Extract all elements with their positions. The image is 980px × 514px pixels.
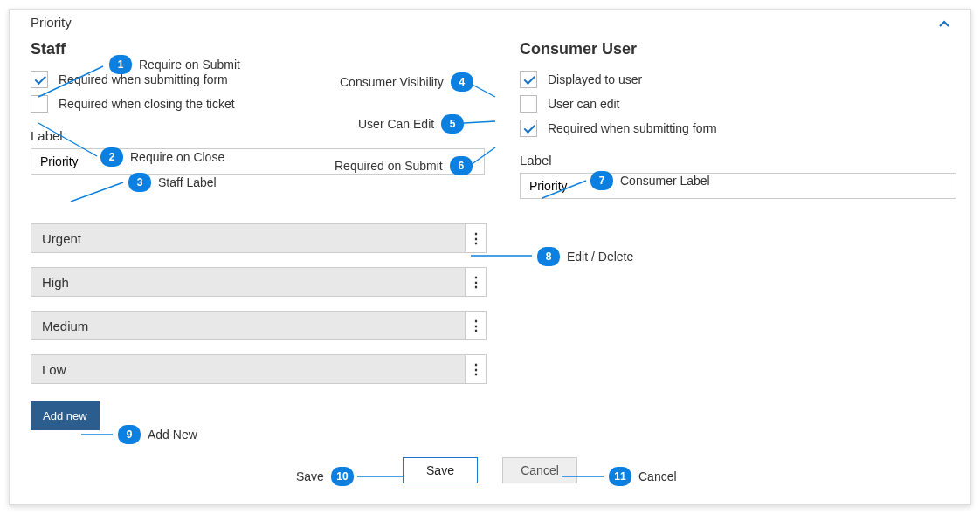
option-row: High ⋮ xyxy=(31,267,487,297)
staff-heading: Staff xyxy=(31,40,493,58)
footer-actions: Save Cancel xyxy=(10,457,970,483)
consumer-label-input[interactable] xyxy=(520,173,956,199)
consumer-require-submit-label: Required when submitting form xyxy=(548,121,717,135)
staff-label-caption: Label xyxy=(31,128,493,143)
annotation-text: Edit / Delete xyxy=(567,250,633,264)
priority-options-list: Urgent ⋮ High ⋮ Medium ⋮ Low ⋮ Add new xyxy=(31,223,487,430)
consumer-displayed-row: Displayed to user xyxy=(520,71,956,88)
priority-panel: Priority Staff Required when submitting … xyxy=(9,9,971,505)
staff-require-submit-checkbox[interactable] xyxy=(31,71,48,88)
annotation-8: 8 Edit / Delete xyxy=(537,247,633,266)
add-new-button[interactable]: Add new xyxy=(31,401,100,430)
option-text: Urgent xyxy=(31,223,466,253)
staff-require-close-checkbox[interactable] xyxy=(31,95,48,113)
option-text: High xyxy=(31,267,466,297)
option-row: Urgent ⋮ xyxy=(31,223,487,253)
staff-require-submit-label: Required when submitting form xyxy=(59,72,228,86)
consumer-can-edit-label: User can edit xyxy=(548,97,619,111)
kebab-menu-icon[interactable]: ⋮ xyxy=(466,223,487,253)
annotation-pill: 8 xyxy=(537,247,560,266)
kebab-menu-icon[interactable]: ⋮ xyxy=(466,354,487,384)
consumer-can-edit-checkbox[interactable] xyxy=(520,95,537,113)
option-text: Low xyxy=(31,354,466,384)
panel-title: Priority xyxy=(31,15,72,30)
save-button[interactable]: Save xyxy=(403,457,478,483)
option-row: Medium ⋮ xyxy=(31,311,487,340)
option-row: Low ⋮ xyxy=(31,354,487,384)
staff-label-input[interactable] xyxy=(31,148,485,175)
kebab-menu-icon[interactable]: ⋮ xyxy=(466,311,487,340)
staff-require-close-label: Required when closing the ticket xyxy=(59,97,235,111)
consumer-can-edit-row: User can edit xyxy=(520,95,956,113)
panel-header: Priority xyxy=(31,15,956,30)
staff-column: Staff Required when submitting form Requ… xyxy=(31,40,493,199)
consumer-require-submit-checkbox[interactable] xyxy=(520,120,537,137)
staff-require-close-row: Required when closing the ticket xyxy=(31,95,493,113)
chevron-up-icon[interactable] xyxy=(939,16,956,30)
consumer-displayed-label: Displayed to user xyxy=(548,72,642,86)
consumer-column: Consumer User Displayed to user User can… xyxy=(493,40,956,199)
consumer-heading: Consumer User xyxy=(520,40,956,58)
consumer-label-caption: Label xyxy=(520,153,956,168)
consumer-displayed-checkbox[interactable] xyxy=(520,71,537,88)
staff-require-submit-row: Required when submitting form xyxy=(31,71,493,88)
consumer-require-submit-row: Required when submitting form xyxy=(520,120,956,137)
option-text: Medium xyxy=(31,311,466,340)
cancel-button[interactable]: Cancel xyxy=(502,457,577,483)
kebab-menu-icon[interactable]: ⋮ xyxy=(466,267,487,297)
